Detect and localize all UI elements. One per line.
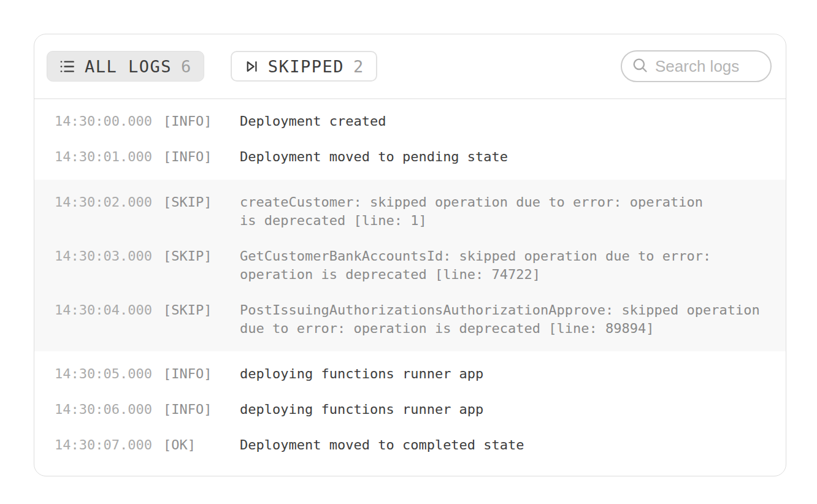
log-message: Deployment moved to pending state — [240, 148, 767, 166]
log-row: 14:30:01.000 [INFO] Deployment moved to … — [34, 139, 786, 175]
log-message: PostIssuingAuthorizationsAuthorizationAp… — [240, 301, 767, 338]
log-row: 14:30:07.000 [OK] Deployment moved to co… — [34, 427, 786, 463]
filter-all-logs-label: ALL LOGS — [85, 57, 172, 76]
log-row: 14:30:06.000 [INFO] deploying functions … — [34, 392, 786, 427]
log-timestamp: 14:30:03.000 — [55, 247, 163, 284]
log-timestamp: 14:30:01.000 — [55, 148, 163, 166]
log-row: 14:30:02.000 [SKIP] createCustomer: skip… — [34, 185, 786, 239]
log-timestamp: 14:30:00.000 — [55, 112, 163, 131]
log-list: 14:30:00.000 [INFO] Deployment created 1… — [34, 99, 786, 463]
log-level: [SKIP] — [163, 301, 240, 338]
filter-skipped-label: SKIPPED — [268, 57, 344, 76]
log-level: [INFO] — [163, 148, 240, 166]
log-toolbar: ALL LOGS 6 SKIPPED 2 — [34, 34, 786, 99]
log-level: [INFO] — [163, 400, 240, 419]
log-timestamp: 14:30:05.000 — [55, 365, 163, 383]
log-viewer-panel: ALL LOGS 6 SKIPPED 2 14:30:00 — [34, 34, 786, 476]
log-timestamp: 14:30:06.000 — [55, 400, 163, 419]
filter-skipped-button[interactable]: SKIPPED 2 — [231, 51, 377, 82]
search-icon — [631, 56, 648, 76]
log-message: createCustomer: skipped operation due to… — [240, 193, 767, 230]
filter-all-logs-count: 6 — [181, 57, 192, 76]
list-icon — [59, 58, 75, 75]
log-timestamp: 14:30:07.000 — [55, 436, 163, 454]
log-level: [INFO] — [163, 365, 240, 383]
log-level: [INFO] — [163, 112, 240, 131]
log-message: GetCustomerBankAccountsId: skipped opera… — [240, 247, 767, 284]
log-row: 14:30:00.000 [INFO] Deployment created — [34, 104, 786, 139]
skipped-log-group: 14:30:02.000 [SKIP] createCustomer: skip… — [34, 180, 786, 351]
log-message: Deployment created — [240, 112, 767, 131]
log-row: 14:30:04.000 [SKIP] PostIssuingAuthoriza… — [34, 292, 786, 346]
log-timestamp: 14:30:02.000 — [55, 193, 163, 230]
log-message: deploying functions runner app — [240, 365, 767, 383]
log-row: 14:30:03.000 [SKIP] GetCustomerBankAccou… — [34, 239, 786, 292]
log-message: Deployment moved to completed state — [240, 436, 767, 454]
filter-all-logs-button[interactable]: ALL LOGS 6 — [47, 51, 204, 82]
search-box[interactable] — [621, 50, 772, 82]
filter-skipped-count: 2 — [353, 57, 364, 76]
log-row: 14:30:05.000 [INFO] deploying functions … — [34, 356, 786, 392]
log-timestamp: 14:30:04.000 — [55, 301, 163, 338]
log-level: [SKIP] — [163, 193, 240, 230]
log-message: deploying functions runner app — [240, 400, 767, 419]
log-level: [OK] — [163, 436, 240, 454]
log-level: [SKIP] — [163, 247, 240, 284]
skip-forward-icon — [244, 59, 259, 74]
search-input[interactable] — [655, 57, 761, 76]
